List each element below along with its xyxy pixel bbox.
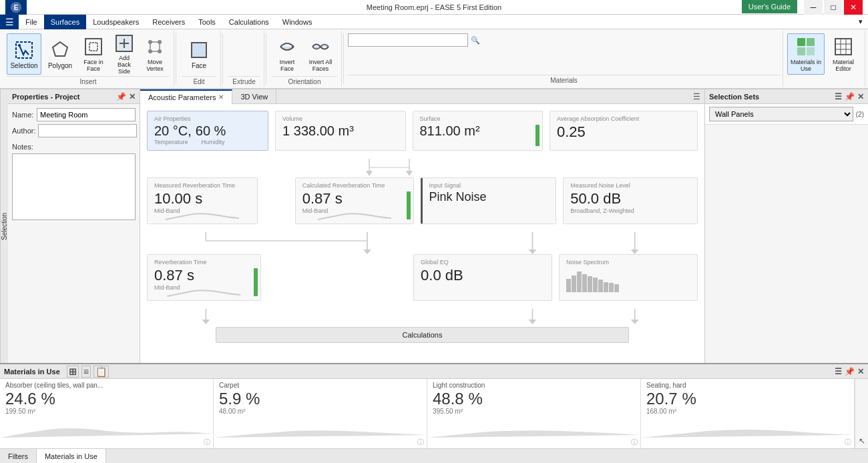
tab-3d-view[interactable]: 3D View [232,89,276,104]
add-back-side-icon [114,33,135,53]
materials-pin-icon[interactable]: 📌 [845,367,855,376]
materials-panel-title: Materials in Use [4,368,60,376]
face-icon [188,39,210,61]
material-card-absorber: Absorber (ceiling tiles, wall pan... 24.… [0,379,214,448]
app-icon[interactable]: E [5,0,27,15]
properties-title: Properties - Project [12,93,79,101]
ap-row-1: Air Properties 20 °C, 60 % Temperature H… [147,111,698,151]
ap-row-3: Reverberation Time 0.87 s Mid-Band [147,254,698,301]
ribbon-btn-face-in-face[interactable]: Face in Face [79,33,108,75]
material-light-construction-info-icon[interactable]: ⓘ [631,438,638,447]
material-editor-label: Material Editor [828,59,859,72]
material-carpet-chart [214,419,427,438]
ap-surface-value: 811.00 m² [420,123,535,139]
material-absorber-chart [0,419,213,438]
noise-bar-3 [577,272,582,292]
ribbon-btn-materials-in-use[interactable]: Materials in Use [787,33,825,75]
invert-all-faces-label: Invert All Faces [306,59,335,72]
material-carpet-name: Carpet [219,382,421,389]
search-icon[interactable]: 🔍 [471,36,480,45]
noise-bar-2 [572,276,576,293]
materials-grid-view-icon[interactable]: ⊞ [67,366,79,378]
selection-sets-pin-icon[interactable]: 📌 [845,92,855,101]
selection-sets-close-icon[interactable]: ✕ [857,92,864,101]
users-guide-button[interactable]: User's Guide [742,0,797,13]
menu-surfaces[interactable]: Surfaces [44,15,86,29]
ribbon-group-orientation-label: Orientation [272,76,337,85]
material-absorber-info-icon[interactable]: ⓘ [204,438,210,447]
calculations-button[interactable]: Calculations [216,327,629,343]
tab-acoustic-close[interactable]: ✕ [218,93,224,101]
ap-noise-spectrum-title: Noise Spectrum [566,259,690,266]
selection-label: Selection [10,62,37,69]
ribbon-btn-face[interactable]: Face [182,33,216,75]
prop-notes-textarea[interactable] [12,153,136,220]
hamburger-menu[interactable]: ☰ [0,15,19,29]
svg-marker-32 [406,171,413,176]
materials-in-use-label: Materials in Use [789,59,823,72]
properties-pin-icon[interactable]: 📌 [116,92,126,101]
material-card-light-construction: Light construction 48.8 % 395.50 m² ⓘ [427,379,641,448]
connector-svg-1 [222,157,623,177]
menu-file[interactable]: File [19,15,44,29]
material-seating-hard-info-icon[interactable]: ⓘ [845,438,851,447]
ribbon-btn-polygon[interactable]: Polygon [43,33,77,75]
selection-sets-dropdown[interactable]: Wall Panels [709,107,853,121]
svg-rect-24 [835,39,851,55]
material-light-construction-area: 395.50 m² [433,408,635,415]
svg-marker-4 [53,42,67,56]
svg-marker-39 [363,250,371,254]
prop-author-input[interactable] [38,124,137,137]
materials-options-icon[interactable]: ☰ [835,367,842,376]
bottom-tab-materials-in-use[interactable]: Materials in Use [37,449,106,464]
prop-author-label: Author: [12,127,35,135]
ribbon-btn-move-vertex[interactable]: Move Vertex [140,33,170,75]
materials-close-icon[interactable]: ✕ [857,367,864,376]
properties-close-icon[interactable]: ✕ [129,92,136,101]
materials-search-input[interactable] [348,33,468,47]
tab-acoustic-parameters[interactable]: Acoustic Parameters ✕ [140,89,232,104]
minimize-button[interactable]: ─ [804,0,823,15]
menu-calculations[interactable]: Calculations [222,15,276,29]
noise-bar-7 [598,280,603,292]
noise-bar-10 [614,284,619,292]
close-button[interactable]: ✕ [844,0,863,15]
ribbon-collapse-icon[interactable]: ▾ [859,17,868,26]
ribbon-btn-material-editor[interactable]: Material Editor [826,33,861,75]
ap-measured-rev-value: 10.00 s [154,190,250,207]
connector-row-1 [147,157,698,177]
selection-sets-options-icon[interactable]: ☰ [835,92,842,101]
invert-face-label: Invert Face [274,59,300,72]
ap-calc-rev-bar [407,191,411,219]
materials-detail-view-icon[interactable]: 📋 [93,366,109,378]
selection-sets-title: Selection Sets [709,93,759,101]
ap-air-humidity-label: Humidity [202,139,225,145]
ribbon-btn-invert-all-faces[interactable]: Invert All Faces [304,33,337,75]
bottom-tab-filters[interactable]: Filters [0,449,37,464]
selection-icon [13,39,35,61]
material-carpet-info-icon[interactable]: ⓘ [417,438,424,447]
noise-bar-5 [588,276,592,292]
tab-options-icon[interactable]: ☰ [693,92,700,101]
tab-bar: Acoustic Parameters ✕ 3D View ☰ [140,89,704,104]
ribbon-btn-invert-face[interactable]: Invert Face [272,33,302,75]
prop-row-author: Author: [12,124,136,137]
move-vertex-label: Move Vertex [142,59,168,72]
materials-cursor-area: ↖ [855,379,868,448]
polygon-label: Polygon [48,62,72,69]
noise-bar-1 [566,279,571,292]
ribbon-btn-selection[interactable]: Selection [7,33,41,75]
ap-box-air: Air Properties 20 °C, 60 % Temperature H… [147,111,268,151]
material-seating-hard-chart [641,419,854,438]
menu-loudspeakers[interactable]: Loudspeakers [86,15,146,29]
menu-windows[interactable]: Windows [276,15,319,29]
prop-name-input[interactable] [37,108,136,121]
maximize-button[interactable]: □ [824,0,843,15]
menu-tools[interactable]: Tools [192,15,222,29]
noise-bar-4 [582,274,587,292]
materials-list-view-icon[interactable]: ≡ [81,366,91,378]
menu-receivers[interactable]: Receivers [146,15,192,29]
svg-point-3 [18,44,21,47]
svg-marker-49 [631,320,639,324]
ribbon-btn-add-back-side[interactable]: Add Back Side [110,33,139,75]
